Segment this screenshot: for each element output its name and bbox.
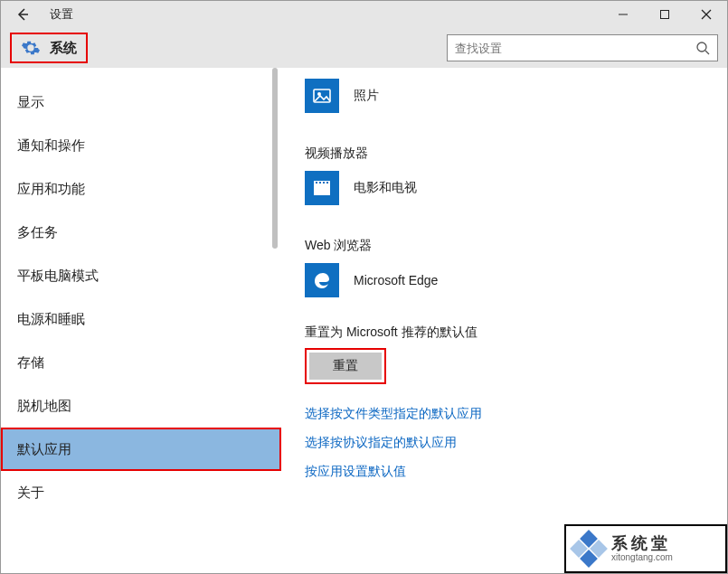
search-box[interactable]	[447, 34, 718, 61]
sidebar-item-power-sleep[interactable]: 电源和睡眠	[1, 297, 281, 341]
link-by-filetype[interactable]: 选择按文件类型指定的默认应用	[305, 406, 709, 422]
default-app-video[interactable]: 电影和电视	[305, 171, 709, 205]
photos-icon	[305, 79, 339, 113]
default-app-browser[interactable]: Microsoft Edge	[305, 263, 709, 297]
link-by-protocol[interactable]: 选择按协议指定的默认应用	[305, 435, 709, 451]
reset-button[interactable]: 重置	[309, 353, 382, 380]
gear-icon	[21, 38, 41, 58]
link-by-app[interactable]: 按应用设置默认值	[305, 464, 709, 480]
svg-line-5	[705, 51, 709, 54]
sidebar: 显示 通知和操作 应用和功能 多任务 平板电脑模式 电源和睡眠 存储 脱机地图 …	[1, 68, 281, 573]
sidebar-item-label: 多任务	[17, 224, 58, 241]
back-button[interactable]	[12, 4, 33, 25]
default-app-photos[interactable]: 照片	[305, 79, 709, 113]
system-heading: 系统	[10, 33, 88, 63]
movies-tv-icon	[305, 171, 339, 205]
main-panel: 照片 视频播放器 电影和电视 Web 浏览器 Microsoft Edge 重置…	[281, 68, 727, 573]
watermark-url: xitongtang.com	[611, 552, 673, 562]
window-controls	[602, 1, 727, 28]
sidebar-item-label: 存储	[17, 354, 44, 372]
sidebar-item-label: 平板电脑模式	[17, 268, 99, 285]
window-title: 设置	[50, 6, 73, 23]
default-apps-links: 选择按文件类型指定的默认应用 选择按协议指定的默认应用 按应用设置默认值	[305, 406, 709, 480]
sidebar-item-apps-features[interactable]: 应用和功能	[1, 167, 281, 211]
sidebar-item-storage[interactable]: 存储	[1, 341, 281, 384]
video-player-section-label: 视频播放器	[305, 146, 709, 162]
arrow-left-icon	[15, 7, 30, 22]
sidebar-item-label: 通知和操作	[17, 137, 85, 155]
reset-button-highlight: 重置	[305, 348, 386, 384]
sidebar-item-label: 默认应用	[17, 441, 71, 458]
svg-rect-13	[326, 182, 328, 183]
close-icon	[701, 9, 712, 20]
sidebar-item-default-apps[interactable]: 默认应用	[1, 428, 281, 471]
svg-rect-12	[323, 182, 325, 183]
svg-rect-10	[316, 182, 317, 183]
video-app-name: 电影和电视	[354, 180, 417, 196]
sidebar-scrollbar-thumb[interactable]	[272, 68, 278, 249]
sidebar-scrollbar-track[interactable]	[263, 68, 281, 573]
sidebar-item-offline-maps[interactable]: 脱机地图	[1, 384, 281, 428]
sidebar-item-display[interactable]: 显示	[1, 80, 281, 124]
browser-app-name: Microsoft Edge	[354, 273, 438, 287]
sidebar-item-label: 脱机地图	[17, 398, 71, 415]
minimize-icon	[618, 9, 629, 20]
sidebar-item-notifications[interactable]: 通知和操作	[1, 124, 281, 167]
sidebar-item-label: 显示	[17, 94, 44, 111]
maximize-icon	[659, 9, 670, 20]
watermark-cn: 系统堂	[611, 535, 673, 553]
close-button[interactable]	[685, 1, 727, 28]
edge-icon	[305, 263, 339, 297]
svg-point-4	[697, 42, 706, 52]
svg-rect-1	[661, 11, 669, 19]
sidebar-item-label: 应用和功能	[17, 181, 85, 198]
titlebar: 设置	[1, 1, 727, 28]
watermark: 系统堂 xitongtang.com	[564, 524, 727, 573]
sidebar-item-about[interactable]: 关于	[1, 471, 281, 514]
sidebar-item-label: 电源和睡眠	[17, 311, 85, 328]
system-heading-label: 系统	[50, 40, 77, 57]
sidebar-item-multitasking[interactable]: 多任务	[1, 211, 281, 254]
watermark-logo-icon	[573, 533, 604, 564]
sidebar-item-tablet-mode[interactable]: 平板电脑模式	[1, 254, 281, 297]
minimize-button[interactable]	[602, 1, 644, 28]
search-icon	[695, 41, 710, 55]
maximize-button[interactable]	[644, 1, 685, 28]
svg-rect-8	[314, 184, 330, 195]
watermark-text: 系统堂 xitongtang.com	[611, 535, 673, 563]
web-browser-section-label: Web 浏览器	[305, 238, 709, 254]
toolbar: 系统	[1, 28, 727, 68]
svg-rect-11	[319, 182, 321, 183]
search-input[interactable]	[455, 42, 695, 55]
photos-app-name: 照片	[354, 88, 379, 104]
sidebar-item-label: 关于	[17, 485, 44, 502]
reset-section-label: 重置为 Microsoft 推荐的默认值	[305, 325, 709, 341]
